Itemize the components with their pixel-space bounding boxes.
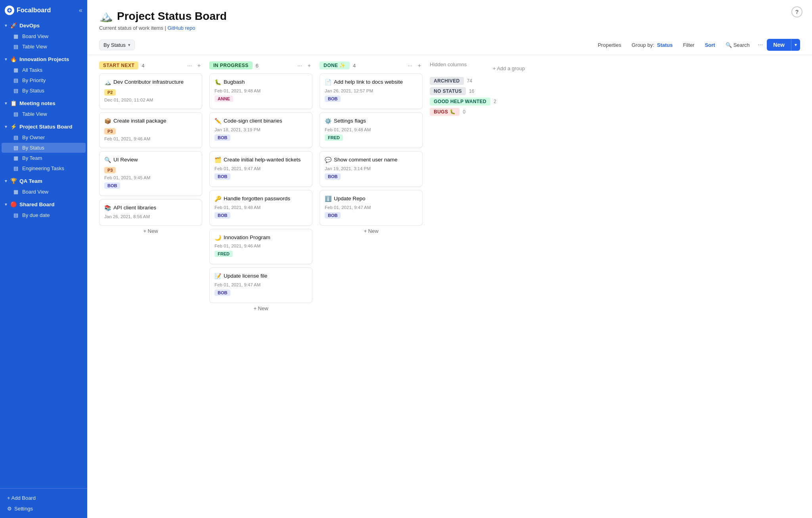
- card-title-row: 🌙Innovation Program: [214, 234, 307, 242]
- hidden-col-item-archived[interactable]: ARCHIVED74: [430, 77, 525, 85]
- card[interactable]: 📝Update license fileFeb 01, 2021, 9:47 A…: [209, 267, 312, 303]
- card[interactable]: 🌙Innovation ProgramFeb 01, 2021, 9:46 AM…: [209, 229, 312, 265]
- card-date: Feb 01, 2021, 9:46 AM: [104, 136, 197, 141]
- logo-icon: [5, 6, 14, 15]
- card[interactable]: 🏔️Dev Contributor infrastructureP2Dec 01…: [99, 73, 202, 109]
- card[interactable]: ✏️Code-sign client binariesJan 18, 2021,…: [209, 112, 312, 148]
- sidebar-item-shared-duedate-label: By due date: [22, 212, 50, 218]
- column-more-button-in-progress[interactable]: ···: [296, 61, 304, 69]
- sidebar-item-innovation-all[interactable]: ▦ All Tasks: [2, 65, 86, 75]
- view-selector[interactable]: By Status ▾: [99, 40, 135, 50]
- sidebar-item-psb-team[interactable]: ▦ By Team: [2, 153, 86, 163]
- card[interactable]: 📦Create install packageP3Feb 01, 2021, 9…: [99, 112, 202, 148]
- add-group-button[interactable]: + Add a group: [493, 65, 525, 71]
- sidebar-group-meeting[interactable]: ▼ 📋 Meeting notes: [0, 98, 87, 109]
- card-title-row: 📄Add help link to docs website: [325, 79, 417, 86]
- new-button[interactable]: New: [767, 39, 791, 51]
- card[interactable]: 📚API client librariesJan 26, 2021, 8:56 …: [99, 199, 202, 226]
- card-emoji: 📄: [325, 79, 331, 85]
- card-emoji: 🗂️: [214, 157, 221, 163]
- hidden-col-item-goodhelp[interactable]: GOOD HELP WANTED2: [430, 98, 525, 106]
- sidebar-item-meeting-table[interactable]: ▤ Table View: [2, 109, 86, 119]
- sort-button[interactable]: Sort: [701, 40, 719, 50]
- column-count-done: 4: [353, 63, 356, 69]
- add-board-label: + Add Board: [7, 495, 36, 501]
- by-status-icon: ▤: [13, 88, 19, 94]
- add-card-button-in-progress[interactable]: + New: [209, 303, 312, 314]
- sidebar-group-psb[interactable]: ▼ ⚡ Project Status Board: [0, 121, 87, 132]
- card-assignee-badge: ANNE: [214, 96, 233, 102]
- sidebar-qa-group: ▼ 🏆 QA Team ▦ Board View: [0, 175, 87, 198]
- engineering-icon: ▤: [13, 165, 19, 171]
- card-date: Feb 01, 2021, 9:47 AM: [214, 282, 307, 287]
- sidebar-item-qa-board[interactable]: ▦ Board View: [2, 187, 86, 197]
- card[interactable]: ⚙️Settings flagsFeb 01, 2021, 9:48 AMFRE…: [320, 112, 423, 148]
- help-button[interactable]: ?: [791, 6, 802, 17]
- board-view-icon: ▦: [13, 33, 19, 39]
- card[interactable]: 🐛BugbashFeb 01, 2021, 9:48 AMANNE: [209, 73, 312, 109]
- sidebar-item-devops-table[interactable]: ▤ Table View: [2, 42, 86, 52]
- sidebar-psb-group: ▼ ⚡ Project Status Board ▤ By Owner ▤ By…: [0, 120, 87, 175]
- add-card-button-start-next[interactable]: + New: [99, 226, 202, 236]
- sidebar-item-devops-table-label: Table View: [22, 44, 47, 50]
- app-logo: Focalboard: [5, 6, 51, 15]
- settings-button[interactable]: ⚙ Settings: [4, 503, 83, 514]
- card-date: Feb 01, 2021, 9:47 AM: [214, 166, 307, 171]
- sidebar-item-shared-duedate[interactable]: ▤ By due date: [2, 210, 86, 220]
- column-add-button-done[interactable]: +: [416, 61, 423, 69]
- card[interactable]: 📄Add help link to docs websiteJan 26, 20…: [320, 73, 423, 109]
- card-date: Feb 01, 2021, 9:46 AM: [214, 244, 307, 248]
- devops-emoji: 🚀: [10, 22, 17, 29]
- board-subtitle-text: Current status of work items |: [99, 25, 166, 31]
- sidebar-item-psb-status[interactable]: ▤ By Status: [2, 143, 86, 153]
- card-emoji: 🐛: [214, 79, 221, 85]
- card-title-row: 📦Create install package: [104, 117, 197, 125]
- sidebar-group-devops[interactable]: ▼ 🚀 DevOps: [0, 20, 87, 31]
- hidden-col-count-nostatus: 16: [469, 88, 474, 94]
- new-dropdown-button[interactable]: ▾: [791, 39, 800, 51]
- all-tasks-icon: ▦: [13, 67, 19, 73]
- sidebar-item-psb-owner[interactable]: ▤ By Owner: [2, 132, 86, 142]
- github-repo-link[interactable]: GitHub repo: [167, 25, 195, 31]
- qa-board-icon: ▦: [13, 189, 19, 195]
- sidebar-group-qa[interactable]: ▼ 🏆 QA Team: [0, 175, 87, 186]
- card-emoji: ⚙️: [325, 118, 331, 124]
- card[interactable]: 🔍UI ReviewP3Feb 01, 2021, 9:45 AMBOB: [99, 151, 202, 196]
- by-priority-icon: ▤: [13, 77, 19, 83]
- card[interactable]: ℹ️Update RepoFeb 01, 2021, 9:47 AMBOB: [320, 190, 423, 226]
- sidebar-header: Focalboard «: [0, 0, 87, 19]
- card[interactable]: 🗂️Create initial help-wanted ticketsFeb …: [209, 151, 312, 187]
- hidden-col-item-nostatus[interactable]: NO STATUS16: [430, 87, 525, 95]
- qa-arrow: ▼: [4, 179, 8, 183]
- card-emoji: 🏔️: [104, 79, 111, 85]
- card[interactable]: 🔑Handle forgotten passwordsFeb 01, 2021,…: [209, 190, 312, 226]
- filter-button[interactable]: Filter: [679, 40, 699, 50]
- column-add-button-in-progress[interactable]: +: [306, 61, 312, 69]
- sidebar: Focalboard « ▼ 🚀 DevOps ▦ Board View ▤ T…: [0, 0, 87, 518]
- sidebar-item-innovation-status[interactable]: ▤ By Status: [2, 86, 86, 96]
- toolbar-more-icon[interactable]: ···: [756, 41, 764, 48]
- card-date: Jan 26, 2021, 8:56 AM: [104, 214, 197, 219]
- sidebar-group-innovation[interactable]: ▼ 🔥 Innovation Projects: [0, 54, 87, 65]
- add-board-button[interactable]: + Add Board: [4, 493, 83, 503]
- sidebar-item-devops-board[interactable]: ▦ Board View: [2, 31, 86, 41]
- sort-label: Sort: [705, 42, 715, 48]
- properties-button[interactable]: Properties: [594, 40, 625, 50]
- card-date: Feb 01, 2021, 9:45 AM: [104, 175, 197, 180]
- devops-arrow: ▼: [4, 23, 8, 28]
- search-button[interactable]: 🔍 Search: [722, 40, 754, 50]
- card-title-row: 📝Update license file: [214, 272, 307, 280]
- column-add-button-start-next[interactable]: +: [196, 61, 202, 69]
- sidebar-collapse-button[interactable]: «: [79, 7, 82, 14]
- sidebar-item-psb-engineering[interactable]: ▤ Engineering Tasks: [2, 163, 86, 173]
- column-more-button-done[interactable]: ···: [406, 61, 414, 69]
- hidden-col-item-bugs[interactable]: BUGS 🐛0: [430, 108, 525, 116]
- board-title-row: 🏔️ Project Status Board: [99, 10, 800, 23]
- card[interactable]: 💬Show comment user nameJan 19, 2021, 3:1…: [320, 151, 423, 187]
- sidebar-group-shared[interactable]: ▼ 🔴 Shared Board: [0, 199, 87, 210]
- column-more-button-start-next[interactable]: ···: [186, 61, 193, 69]
- column-actions-in-progress: ···+: [296, 61, 312, 69]
- sidebar-item-innovation-priority[interactable]: ▤ By Priority: [2, 75, 86, 85]
- add-card-button-done[interactable]: + New: [320, 226, 423, 236]
- group-by-button[interactable]: Group by: Status: [628, 40, 677, 50]
